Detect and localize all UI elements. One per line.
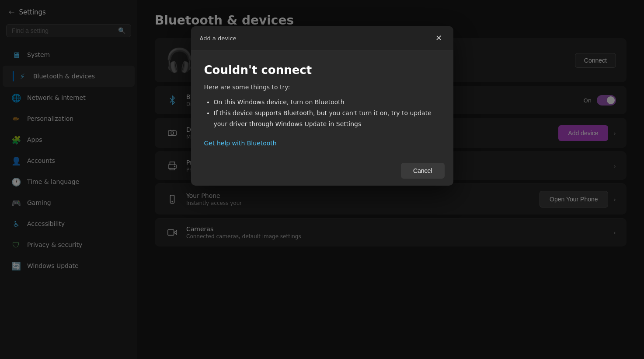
dialog-error-title: Couldn't connect [204,63,440,77]
dialog-footer: Cancel [191,156,453,186]
dialog-header-title: Add a device [200,35,237,42]
dialog-overlay: Add a device ✕ Couldn't connect Here are… [0,0,644,359]
add-device-dialog: Add a device ✕ Couldn't connect Here are… [191,26,453,186]
dialog-tip-1: On this Windows device, turn on Bluetoot… [214,97,440,108]
dialog-body: Couldn't connect Here are some things to… [191,50,453,156]
dialog-tip-2: If this device supports Bluetooth, but y… [214,108,440,130]
dialog-header: Add a device ✕ [191,26,453,50]
dialog-help-link[interactable]: Get help with Bluetooth [204,140,277,147]
dialog-hint: Here are some things to try: [204,84,440,91]
dialog-cancel-button[interactable]: Cancel [401,163,445,179]
dialog-tips-list: On this Windows device, turn on Bluetoot… [204,97,440,130]
dialog-close-button[interactable]: ✕ [433,32,445,44]
